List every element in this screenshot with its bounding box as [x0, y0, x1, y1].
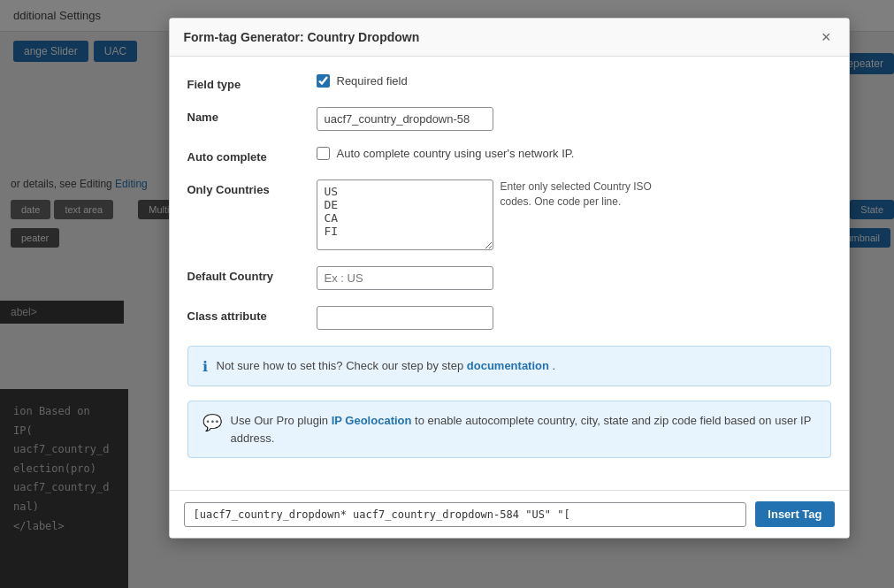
insert-tag-button[interactable]: Insert Tag [755, 501, 834, 527]
promo-text-before: Use Our Pro plugin [231, 414, 332, 427]
field-type-control: Required field [317, 74, 831, 88]
auto-complete-label: Auto complete [187, 147, 302, 164]
class-attribute-input[interactable] [317, 306, 493, 330]
field-type-row: Field type Required field [187, 74, 831, 91]
required-checkbox[interactable] [317, 74, 330, 88]
countries-hint: Enter only selected Country ISO codes. O… [500, 179, 677, 210]
class-attribute-row: Class attribute [187, 306, 831, 330]
required-label: Required field [337, 74, 408, 88]
only-countries-label: Only Countries [187, 179, 302, 196]
info-text-after: . [549, 359, 555, 372]
auto-complete-row: Auto complete Auto complete country usin… [187, 147, 831, 164]
auto-complete-checkbox-label: Auto complete country using user's netwo… [337, 147, 575, 160]
class-attribute-control [317, 306, 831, 330]
modal-header: Form-tag Generator: Country Dropdown × [170, 19, 849, 57]
default-country-label: Default Country [187, 266, 302, 283]
name-control: uacf7_country_dropdown-58 [317, 107, 831, 131]
info-box: ℹ Not sure how to set this? Check our st… [187, 346, 831, 386]
promo-text: Use Our Pro plugin IP Geolocation to ena… [231, 412, 816, 447]
documentation-link[interactable]: documentation [467, 359, 549, 372]
only-countries-control: US DE CA FI Enter only selected Country … [317, 179, 831, 250]
info-text: Not sure how to set this? Check our step… [217, 357, 556, 375]
tag-output-input[interactable]: [uacf7_country_dropdown* uacf7_country_d… [184, 502, 747, 527]
only-countries-row: Only Countries US DE CA FI Enter only se… [187, 179, 831, 250]
auto-complete-control: Auto complete country using user's netwo… [317, 147, 831, 160]
name-label: Name [187, 107, 302, 124]
name-row: Name uacf7_country_dropdown-58 [187, 107, 831, 131]
name-input[interactable]: uacf7_country_dropdown-58 [317, 107, 493, 131]
default-country-control [317, 266, 831, 290]
modal-title: Form-tag Generator: Country Dropdown [184, 30, 420, 44]
auto-complete-checkbox[interactable] [317, 147, 330, 160]
promo-box: 💬 Use Our Pro plugin IP Geolocation to e… [187, 401, 831, 458]
modal-body: Field type Required field Name uacf7_cou… [170, 57, 849, 490]
modal-dialog: Form-tag Generator: Country Dropdown × F… [169, 18, 850, 538]
modal-close-button[interactable]: × [818, 29, 835, 45]
default-country-row: Default Country [187, 266, 831, 290]
field-type-label: Field type [187, 74, 302, 91]
class-attribute-label: Class attribute [187, 306, 302, 323]
modal-overlay: Form-tag Generator: Country Dropdown × F… [0, 0, 894, 588]
ip-geolocation-link[interactable]: IP Geolocation [332, 414, 412, 427]
default-country-input[interactable] [317, 266, 493, 290]
modal-footer: [uacf7_country_dropdown* uacf7_country_d… [170, 490, 849, 538]
info-icon: ℹ [202, 358, 208, 375]
only-countries-textarea[interactable]: US DE CA FI [317, 179, 493, 250]
chat-icon: 💬 [202, 413, 222, 432]
info-text-before: Not sure how to set this? Check our step… [217, 359, 467, 372]
